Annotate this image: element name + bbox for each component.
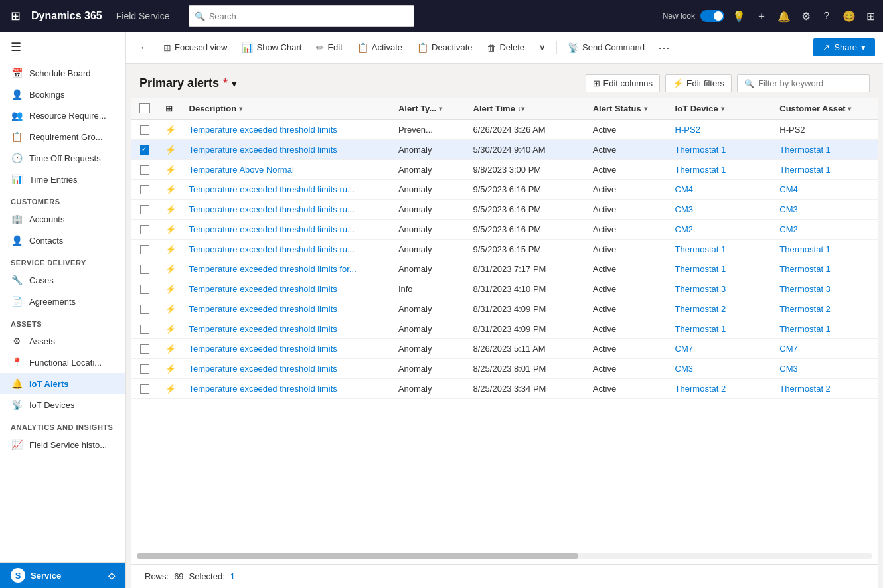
select-all-header[interactable] bbox=[131, 98, 159, 119]
row-checkbox[interactable] bbox=[140, 305, 149, 314]
hamburger-icon[interactable]: ☰ bbox=[0, 32, 125, 62]
description-link[interactable]: Temperature exceeded threshold limits bbox=[189, 125, 337, 135]
description-cell[interactable]: Temperature exceeded threshold limits bbox=[183, 279, 392, 299]
table-row[interactable]: ⚡ Temperature exceeded threshold limits … bbox=[131, 299, 878, 319]
iot-device-cell[interactable]: Thermostat 1 bbox=[669, 140, 773, 160]
bell-icon[interactable]: 🔔 bbox=[775, 7, 793, 25]
iot-device-header[interactable]: IoT Device ▾ bbox=[669, 98, 773, 119]
description-cell[interactable]: Temperature exceeded threshold limits bbox=[183, 359, 392, 379]
sidebar-item-agreements[interactable]: 📄 Agreements bbox=[0, 291, 125, 312]
customer-asset-link[interactable]: Thermostat 1 bbox=[779, 145, 831, 155]
sidebar-item-assets[interactable]: ⚙ Assets bbox=[0, 331, 125, 352]
row-checkbox[interactable] bbox=[140, 325, 149, 334]
row-checkbox-cell[interactable] bbox=[131, 180, 159, 200]
iot-device-link[interactable]: H-PS2 bbox=[675, 125, 700, 135]
description-link[interactable]: Temperature exceeded threshold limits bbox=[189, 324, 337, 334]
sidebar-item-time-entries[interactable]: 📊 Time Entries bbox=[0, 169, 125, 190]
description-cell[interactable]: Temperature exceeded threshold limits ru… bbox=[183, 200, 392, 220]
row-checkbox[interactable] bbox=[140, 265, 149, 274]
description-link[interactable]: Temperature exceeded threshold limits ru… bbox=[189, 244, 355, 254]
customer-asset-link[interactable]: Thermostat 1 bbox=[779, 324, 831, 334]
description-link[interactable]: Temperature exceeded threshold limits bbox=[189, 384, 337, 394]
customer-asset-cell[interactable]: Thermostat 1 bbox=[773, 160, 878, 180]
iot-device-link[interactable]: Thermostat 3 bbox=[675, 284, 726, 294]
row-checkbox[interactable] bbox=[140, 165, 149, 175]
row-checkbox[interactable] bbox=[140, 285, 149, 294]
table-row[interactable]: ⚡ Temperature exceeded threshold limits … bbox=[131, 319, 878, 339]
iot-device-link[interactable]: Thermostat 1 bbox=[675, 145, 726, 155]
description-link[interactable]: Temperature exceeded threshold limits bbox=[189, 344, 337, 354]
alert-type-header[interactable]: Alert Ty... ▾ bbox=[392, 98, 467, 119]
customer-asset-link[interactable]: Thermostat 3 bbox=[779, 284, 831, 294]
iot-device-cell[interactable]: Thermostat 3 bbox=[669, 279, 773, 299]
iot-device-cell[interactable]: H-PS2 bbox=[669, 119, 773, 140]
description-cell[interactable]: Temperature exceeded threshold limits bbox=[183, 299, 392, 319]
row-checkbox[interactable] bbox=[140, 125, 149, 135]
customer-asset-link[interactable]: Thermostat 1 bbox=[779, 244, 831, 254]
row-checkbox-cell[interactable] bbox=[131, 379, 159, 399]
table-row[interactable]: ⚡ Temperature exceeded threshold limits … bbox=[131, 140, 878, 160]
customer-asset-link[interactable]: CM3 bbox=[779, 204, 797, 214]
sidebar-item-iot-devices[interactable]: 📡 IoT Devices bbox=[0, 394, 125, 415]
description-link[interactable]: Temperature exceeded threshold limits bbox=[189, 364, 337, 374]
table-row[interactable]: ⚡ Temperature exceeded threshold limits … bbox=[131, 180, 878, 200]
sidebar-item-field-service-histo[interactable]: 📈 Field Service histo... bbox=[0, 434, 125, 455]
edit-filters-button[interactable]: ⚡ Edit filters bbox=[665, 74, 732, 92]
description-link[interactable]: Temperature exceeded threshold limits fo… bbox=[189, 264, 357, 274]
row-checkbox-cell[interactable] bbox=[131, 319, 159, 339]
apps-icon[interactable]: ⊞ bbox=[864, 7, 878, 25]
ellipsis-button[interactable]: ⋯ bbox=[653, 37, 675, 59]
new-look-toggle[interactable] bbox=[700, 10, 724, 22]
description-link[interactable]: Temperature Above Normal bbox=[189, 165, 294, 175]
iot-device-cell[interactable]: CM4 bbox=[669, 180, 773, 200]
table-row[interactable]: ⚡ Temperature exceeded threshold limits … bbox=[131, 119, 878, 140]
sidebar-item-resource-require[interactable]: 👥 Resource Require... bbox=[0, 105, 125, 126]
row-checkbox-cell[interactable] bbox=[131, 140, 159, 160]
help-icon[interactable]: ？ bbox=[819, 7, 835, 26]
description-cell[interactable]: Temperature exceeded threshold limits ru… bbox=[183, 240, 392, 259]
row-checkbox-cell[interactable] bbox=[131, 240, 159, 259]
customer-asset-cell[interactable]: CM4 bbox=[773, 180, 878, 200]
sidebar-item-time-off-requests[interactable]: 🕐 Time Off Requests bbox=[0, 147, 125, 169]
customer-asset-cell[interactable]: CM7 bbox=[773, 339, 878, 359]
alert-status-header[interactable]: Alert Status ▾ bbox=[586, 98, 669, 119]
scrollbar-thumb[interactable] bbox=[137, 553, 578, 559]
description-link[interactable]: Temperature exceeded threshold limits bbox=[189, 284, 337, 294]
row-checkbox-cell[interactable] bbox=[131, 299, 159, 319]
iot-device-cell[interactable]: CM2 bbox=[669, 220, 773, 240]
settings-icon[interactable]: ⚙ bbox=[799, 7, 813, 25]
horizontal-scrollbar[interactable] bbox=[137, 553, 872, 559]
iot-device-cell[interactable]: Thermostat 1 bbox=[669, 319, 773, 339]
table-row[interactable]: ⚡ Temperature exceeded threshold limits … bbox=[131, 240, 878, 259]
row-checkbox[interactable] bbox=[140, 245, 149, 254]
select-all-checkbox[interactable] bbox=[139, 103, 150, 113]
iot-device-link[interactable]: Thermostat 2 bbox=[675, 304, 726, 314]
iot-device-cell[interactable]: Thermostat 1 bbox=[669, 160, 773, 180]
description-cell[interactable]: Temperature exceeded threshold limits ru… bbox=[183, 220, 392, 240]
customer-asset-link[interactable]: Thermostat 1 bbox=[779, 165, 831, 175]
customer-asset-link[interactable]: CM3 bbox=[779, 364, 797, 374]
grid-icon[interactable]: ⊞ bbox=[5, 6, 26, 26]
customer-asset-cell[interactable]: Thermostat 1 bbox=[773, 240, 878, 259]
iot-device-link[interactable]: Thermostat 1 bbox=[675, 165, 726, 175]
sidebar-item-iot-alerts[interactable]: 🔔 IoT Alerts bbox=[0, 373, 125, 394]
show-chart-button[interactable]: 📊 Show Chart bbox=[235, 38, 308, 57]
customer-asset-cell[interactable]: Thermostat 1 bbox=[773, 259, 878, 279]
activate-button[interactable]: 📋 Activate bbox=[351, 38, 409, 57]
sidebar-item-functional-locati[interactable]: 📍 Functional Locati... bbox=[0, 352, 125, 373]
customer-asset-cell[interactable]: Thermostat 2 bbox=[773, 379, 878, 399]
customer-asset-cell[interactable]: Thermostat 3 bbox=[773, 279, 878, 299]
iot-device-link[interactable]: CM3 bbox=[675, 364, 693, 374]
row-checkbox[interactable] bbox=[140, 344, 149, 354]
sidebar-item-accounts[interactable]: 🏢 Accounts bbox=[0, 208, 125, 230]
description-link[interactable]: Temperature exceeded threshold limits ru… bbox=[189, 184, 355, 194]
customer-asset-cell[interactable]: Thermostat 2 bbox=[773, 299, 878, 319]
description-cell[interactable]: Temperature Above Normal bbox=[183, 160, 392, 180]
description-cell[interactable]: Temperature exceeded threshold limits bbox=[183, 379, 392, 399]
iot-device-cell[interactable]: Thermostat 1 bbox=[669, 259, 773, 279]
row-checkbox[interactable] bbox=[140, 185, 149, 194]
iot-device-link[interactable]: Thermostat 2 bbox=[675, 384, 726, 394]
description-cell[interactable]: Temperature exceeded threshold limits ru… bbox=[183, 180, 392, 200]
iot-device-link[interactable]: CM7 bbox=[675, 344, 693, 354]
customer-asset-cell[interactable]: CM3 bbox=[773, 359, 878, 379]
